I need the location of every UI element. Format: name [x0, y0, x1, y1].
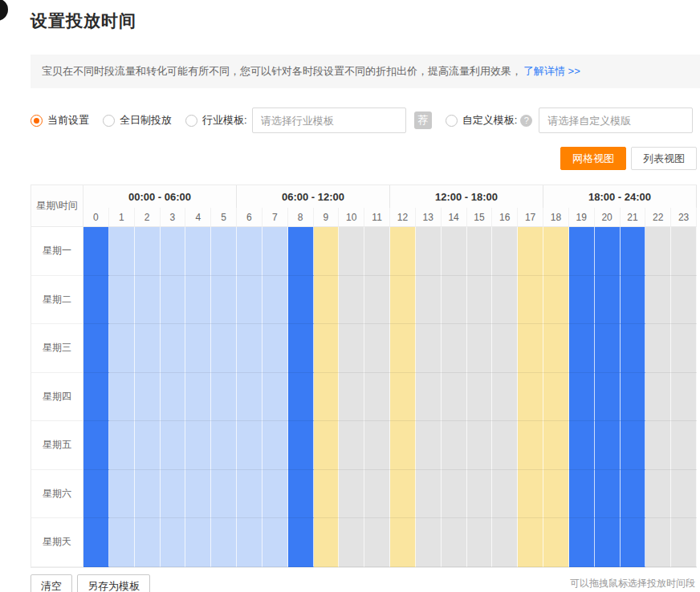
radio-icon-full-day[interactable]	[103, 115, 115, 127]
time-slot-cell[interactable]	[288, 276, 314, 325]
time-slot-cell[interactable]	[288, 227, 314, 276]
time-slot-cell[interactable]	[237, 518, 262, 567]
time-slot-cell[interactable]	[645, 518, 671, 567]
time-slot-cell[interactable]	[467, 470, 493, 519]
time-slot-cell[interactable]	[492, 227, 518, 276]
time-slot-cell[interactable]	[518, 518, 543, 567]
time-slot-cell[interactable]	[109, 276, 135, 325]
time-slot-cell[interactable]	[595, 324, 621, 373]
time-slot-cell[interactable]	[211, 518, 237, 567]
time-slot-cell[interactable]	[621, 227, 646, 276]
time-slot-cell[interactable]	[135, 373, 161, 422]
time-slot-cell[interactable]	[364, 324, 390, 373]
time-slot-cell[interactable]	[569, 276, 595, 325]
time-slot-cell[interactable]	[569, 324, 595, 373]
time-slot-cell[interactable]	[442, 373, 467, 422]
time-slot-cell[interactable]	[109, 470, 135, 519]
time-slot-cell[interactable]	[416, 470, 442, 519]
time-slot-cell[interactable]	[671, 276, 697, 325]
time-slot-cell[interactable]	[211, 421, 237, 470]
time-slot-cell[interactable]	[543, 324, 569, 373]
time-slot-cell[interactable]	[211, 227, 237, 276]
time-slot-cell[interactable]	[262, 421, 288, 470]
time-slot-cell[interactable]	[288, 518, 314, 567]
time-slot-cell[interactable]	[314, 324, 340, 373]
time-slot-cell[interactable]	[543, 227, 569, 276]
learn-more-link[interactable]: 了解详情 >>	[523, 64, 580, 79]
time-slot-cell[interactable]	[621, 373, 646, 422]
time-slot-cell[interactable]	[518, 470, 543, 519]
time-slot-cell[interactable]	[492, 421, 518, 470]
time-slot-cell[interactable]	[339, 470, 364, 519]
time-slot-cell[interactable]	[364, 518, 390, 567]
time-slot-cell[interactable]	[314, 421, 340, 470]
time-slot-cell[interactable]	[314, 227, 340, 276]
time-slot-cell[interactable]	[621, 518, 646, 567]
time-slot-cell[interactable]	[211, 324, 237, 373]
time-slot-cell[interactable]	[518, 373, 543, 422]
time-slot-cell[interactable]	[492, 373, 518, 422]
time-slot-cell[interactable]	[543, 518, 569, 567]
time-slot-cell[interactable]	[364, 373, 390, 422]
time-slot-cell[interactable]	[492, 470, 518, 519]
time-slot-cell[interactable]	[442, 324, 467, 373]
time-slot-cell[interactable]	[211, 276, 237, 325]
time-slot-cell[interactable]	[185, 518, 211, 567]
time-slot-cell[interactable]	[416, 518, 442, 567]
time-slot-cell[interactable]	[467, 227, 493, 276]
time-slot-cell[interactable]	[262, 373, 288, 422]
time-slot-cell[interactable]	[161, 518, 186, 567]
radio-icon-industry[interactable]	[185, 115, 197, 127]
time-slot-cell[interactable]	[442, 470, 467, 519]
time-slot-cell[interactable]	[416, 421, 442, 470]
time-slot-cell[interactable]	[390, 518, 416, 567]
time-slot-cell[interactable]	[492, 276, 518, 325]
help-icon[interactable]: ?	[520, 115, 532, 127]
time-slot-cell[interactable]	[442, 421, 467, 470]
radio-icon-custom[interactable]	[446, 115, 458, 127]
time-slot-cell[interactable]	[262, 276, 288, 325]
time-slot-cell[interactable]	[621, 276, 646, 325]
time-slot-cell[interactable]	[442, 227, 467, 276]
time-slot-cell[interactable]	[671, 227, 697, 276]
time-slot-cell[interactable]	[543, 421, 569, 470]
time-slot-cell[interactable]	[288, 324, 314, 373]
time-slot-cell[interactable]	[645, 373, 671, 422]
radio-icon-current[interactable]	[31, 115, 43, 127]
save-as-template-button[interactable]: 另存为模板	[77, 574, 150, 592]
time-slot-cell[interactable]	[83, 421, 109, 470]
industry-template-input[interactable]	[252, 107, 406, 133]
time-slot-cell[interactable]	[83, 470, 109, 519]
time-slot-cell[interactable]	[109, 421, 135, 470]
time-slot-cell[interactable]	[569, 373, 595, 422]
time-slot-cell[interactable]	[135, 227, 161, 276]
time-slot-cell[interactable]	[135, 276, 161, 325]
time-slot-cell[interactable]	[185, 421, 211, 470]
time-slot-cell[interactable]	[621, 421, 646, 470]
time-slot-cell[interactable]	[467, 324, 493, 373]
custom-template-input[interactable]	[539, 107, 693, 133]
time-slot-cell[interactable]	[442, 276, 467, 325]
time-slot-cell[interactable]	[135, 324, 161, 373]
time-slot-cell[interactable]	[83, 324, 109, 373]
radio-custom-template[interactable]: 自定义模板:	[446, 113, 518, 128]
time-slot-cell[interactable]	[518, 227, 543, 276]
time-slot-cell[interactable]	[492, 518, 518, 567]
time-slot-cell[interactable]	[161, 276, 186, 325]
time-slot-cell[interactable]	[467, 373, 493, 422]
time-slot-cell[interactable]	[364, 227, 390, 276]
time-slot-cell[interactable]	[314, 276, 340, 325]
time-slot-cell[interactable]	[339, 276, 364, 325]
time-slot-cell[interactable]	[339, 373, 364, 422]
time-slot-cell[interactable]	[83, 276, 109, 325]
time-slot-cell[interactable]	[237, 421, 262, 470]
time-slot-cell[interactable]	[109, 324, 135, 373]
time-slot-cell[interactable]	[595, 227, 621, 276]
time-slot-cell[interactable]	[135, 470, 161, 519]
time-slot-cell[interactable]	[595, 276, 621, 325]
time-slot-cell[interactable]	[339, 421, 364, 470]
time-slot-cell[interactable]	[416, 227, 442, 276]
time-slot-cell[interactable]	[416, 276, 442, 325]
time-slot-cell[interactable]	[442, 518, 467, 567]
time-slot-cell[interactable]	[595, 373, 621, 422]
